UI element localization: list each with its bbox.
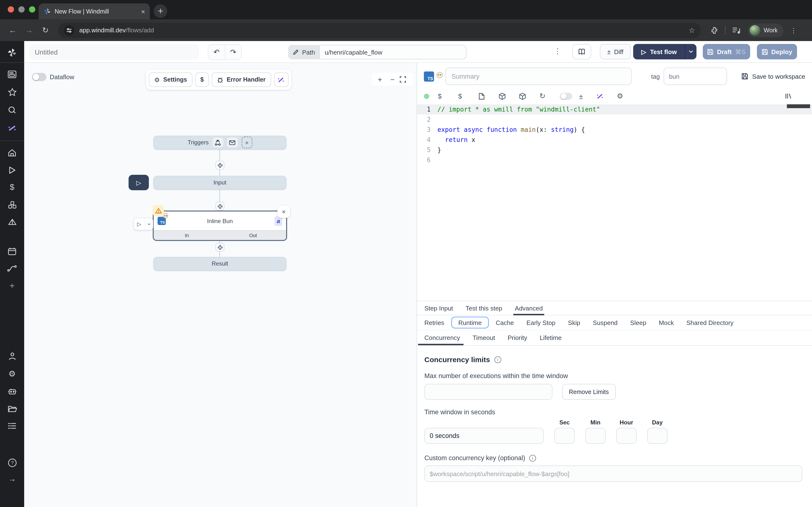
unit-input-day[interactable] (647, 428, 667, 444)
docs-button[interactable] (572, 44, 591, 59)
reload-icon[interactable]: ↻ (39, 25, 52, 35)
info-icon[interactable]: i (495, 356, 501, 363)
forward-icon[interactable]: → (22, 26, 36, 35)
sidebar-item-user[interactable] (0, 351, 24, 361)
unit-input-hour[interactable] (616, 428, 637, 444)
zoom-in-icon[interactable]: + (374, 75, 385, 83)
variables-dollar-icon[interactable]: $ (438, 92, 458, 100)
custom-concurrency-key-input[interactable] (424, 465, 802, 482)
site-settings-icon[interactable] (64, 25, 74, 36)
resources-dollar-icon[interactable]: $ (458, 92, 478, 100)
path-input[interactable] (320, 45, 466, 59)
reload-icon[interactable]: ↻ (540, 92, 560, 101)
sidebar-item-variables[interactable]: $ (0, 182, 24, 192)
tab-sleep[interactable]: Sleep (624, 317, 653, 328)
chevron-down-icon[interactable] (145, 218, 153, 230)
result-node[interactable]: Result (153, 257, 287, 270)
expand-sidebar-icon[interactable]: → (0, 474, 24, 484)
code-editor[interactable]: 1// import * as wmill from "windmill-cli… (417, 104, 812, 301)
flow-title-input[interactable] (29, 44, 199, 60)
sidebar-item-workers[interactable] (0, 386, 24, 396)
help-icon[interactable]: ? (0, 458, 24, 467)
ai-wand-button[interactable] (274, 72, 288, 87)
insert-step-button[interactable] (215, 202, 224, 211)
tab-runtime[interactable]: Runtime (451, 317, 489, 328)
tab-step-input[interactable]: Step Input (418, 301, 459, 315)
fit-view-icon[interactable] (400, 76, 410, 82)
tab-shared-directory[interactable]: Shared Directory (680, 317, 740, 328)
diff-icon[interactable]: ± (579, 92, 597, 100)
editor-scrollbar[interactable] (787, 104, 810, 108)
browser-tab[interactable]: New Flow | Windmill × (39, 3, 150, 19)
draft-button[interactable]: Draft ⌘S (703, 44, 750, 59)
browser-menu-icon[interactable]: ⋮ (790, 26, 797, 34)
browser-profile-chip[interactable]: Work (748, 23, 783, 37)
sidebar-item-routes[interactable] (0, 264, 24, 273)
sidebar-item-runs[interactable] (0, 165, 24, 175)
sidebar-item-home[interactable] (0, 148, 24, 157)
windmill-logo-icon[interactable] (0, 48, 24, 57)
run-step-button[interactable]: ▷ (134, 218, 153, 230)
url-bar[interactable]: app.windmill.dev/flows/add ☆ (58, 22, 701, 38)
maximize-window-button[interactable] (29, 6, 35, 12)
sidebar-item-resources[interactable] (0, 200, 24, 210)
tag-input[interactable] (664, 68, 727, 85)
step-out-handle[interactable]: Out (220, 233, 286, 238)
zoom-out-icon[interactable]: − (387, 75, 398, 83)
minimize-window-button[interactable] (18, 6, 24, 12)
sidebar-item-schedules[interactable] (0, 246, 24, 256)
tab-cache[interactable]: Cache (489, 317, 520, 328)
tab-skip[interactable]: Skip (562, 317, 587, 328)
flow-variables-button[interactable]: $ (195, 72, 209, 87)
unit-input-sec[interactable] (554, 428, 575, 444)
redo-button[interactable]: ↷ (225, 45, 241, 59)
email-trigger-icon[interactable] (227, 137, 238, 147)
info-icon[interactable]: i (529, 455, 536, 461)
reading-list-icon[interactable] (732, 27, 741, 34)
ai-wand-icon[interactable] (0, 123, 24, 133)
tab-priority[interactable]: Priority (501, 330, 534, 345)
triggers-node[interactable]: Triggers + (153, 136, 287, 149)
extensions-icon[interactable] (711, 26, 718, 34)
path-chip[interactable]: Path (288, 45, 320, 59)
sidebar-item-folders[interactable] (0, 404, 24, 413)
insert-step-button[interactable] (215, 161, 224, 169)
ai-wand-icon[interactable] (597, 93, 617, 100)
error-handler-button[interactable]: Error Handler (212, 72, 271, 87)
max-executions-input[interactable] (424, 384, 552, 400)
tab-concurrency[interactable]: Concurrency (418, 330, 466, 345)
new-tab-button[interactable]: + (154, 4, 167, 18)
editor-settings-gear-icon[interactable]: ⚙ (617, 92, 637, 101)
inline-bun-step-node[interactable]: Inline Bun TS a In Out (153, 211, 287, 241)
unit-input-min[interactable] (585, 428, 606, 444)
sidebar-item-add[interactable]: + (0, 281, 24, 291)
dataflow-toggle[interactable] (32, 73, 46, 81)
tab-mock[interactable]: Mock (653, 317, 680, 328)
package-icon[interactable] (519, 93, 540, 100)
traffic-lights[interactable] (8, 6, 35, 12)
code-line-1[interactable]: 1// import * as wmill from "windmill-cli… (417, 104, 812, 114)
input-node[interactable]: Input (153, 176, 287, 189)
remove-limits-button[interactable]: Remove Limits (562, 384, 615, 400)
summary-input[interactable] (445, 68, 632, 85)
play-icon[interactable]: ▷ (134, 218, 145, 230)
sidebar-item-logs[interactable] (0, 421, 24, 431)
add-trigger-button[interactable]: + (242, 137, 252, 148)
sidebar-item-apps[interactable] (0, 69, 24, 79)
flow-more-menu-icon[interactable]: ⋮ (554, 47, 561, 56)
deploy-button[interactable]: Deploy (757, 44, 797, 59)
library-icon[interactable] (785, 93, 805, 100)
tab-early-stop[interactable]: Early Stop (520, 317, 562, 328)
tab-timeout[interactable]: Timeout (466, 330, 501, 345)
code-line-6[interactable]: 6 (417, 155, 812, 165)
package-icon[interactable] (499, 93, 519, 100)
tab-suspend[interactable]: Suspend (587, 317, 624, 328)
tab-lifetime[interactable]: Lifetime (534, 330, 568, 345)
script-file-icon[interactable] (478, 93, 499, 100)
undo-button[interactable]: ↶ (208, 45, 225, 59)
flow-canvas[interactable]: Dataflow ⚙ Settings $ Error Handler (24, 63, 417, 507)
editor-toggle[interactable] (560, 93, 572, 100)
code-line-5[interactable]: 5} (417, 145, 812, 155)
search-icon[interactable] (0, 105, 24, 115)
run-input-button[interactable]: ▷ (129, 175, 149, 190)
